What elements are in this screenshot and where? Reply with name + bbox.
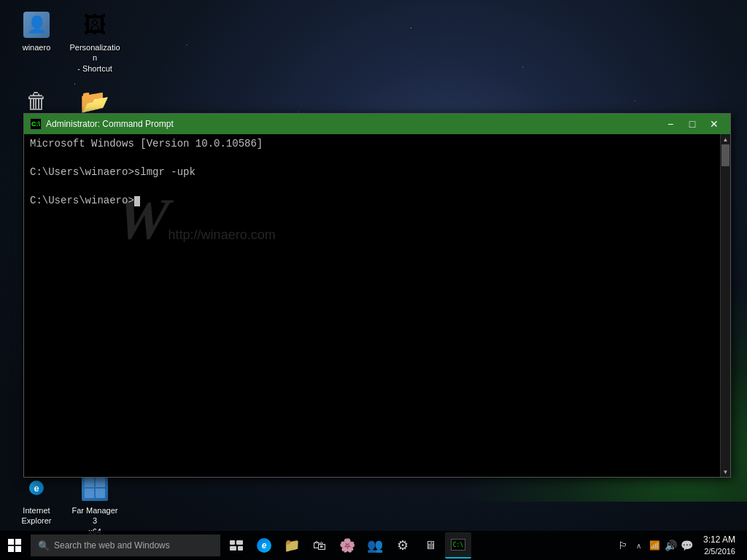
chevron-icon[interactable]: ∧ (632, 532, 646, 559)
personalization-icon: 🖼 (80, 10, 109, 39)
photos-button[interactable]: 🌸 (334, 532, 360, 559)
svg-rect-3 (238, 546, 243, 551)
clock-time: 3:12 AM (703, 534, 735, 546)
cmd-output-1: Microsoft Windows [Version 10.0.10586] (30, 138, 263, 149)
desktop: 👤 winaero 🖼 Personalization - Shortcut 🗑… (0, 0, 747, 560)
cmd-content[interactable]: Microsoft Windows [Version 10.0.10586] C… (24, 134, 720, 477)
internet-explorer-icon: e (22, 473, 51, 502)
task-view-button[interactable] (223, 532, 249, 559)
network-icon[interactable]: 📶 (648, 532, 662, 559)
cmd-prompt-1: C:\Users\winaero> (30, 166, 134, 178)
search-icon: 🔍 (38, 540, 50, 551)
cmd-body: Microsoft Windows [Version 10.0.10586] C… (24, 134, 730, 477)
taskbar-middle: e 📁 🛍 🌸 👥 ⚙ 🖥 C:\ (223, 532, 616, 559)
folder-icon: 📂 (80, 87, 109, 116)
cmd-window-icon: C:\ (30, 118, 42, 130)
svg-rect-0 (230, 540, 235, 545)
control-panel-button[interactable]: 🖥 (417, 532, 444, 559)
personalization-label: Personalization - Shortcut (69, 42, 121, 74)
volume-icon[interactable]: 🔊 (664, 532, 678, 559)
winaero-icon: 👤 (22, 10, 51, 39)
edge-button[interactable]: e (251, 532, 277, 559)
search-placeholder: Search the web and Windows (54, 540, 170, 551)
svg-rect-1 (236, 540, 243, 545)
cmd-title: Administrator: Command Prompt (46, 119, 660, 129)
close-button[interactable]: ✕ (704, 117, 724, 131)
cmd-titlebar: C:\ Administrator: Command Prompt − □ ✕ (24, 114, 730, 134)
file-explorer-button[interactable]: 📁 (279, 532, 305, 559)
winaero-label: winaero (23, 42, 51, 52)
minimize-button[interactable]: − (660, 117, 681, 131)
flag-icon[interactable]: 🏳 (616, 532, 630, 559)
scrollbar-track[interactable] (721, 144, 730, 467)
store-button[interactable]: 🛍 (306, 532, 333, 559)
maximize-button[interactable]: □ (682, 117, 703, 131)
cmd-line-1: Microsoft Windows [Version 10.0.10586] (30, 137, 714, 152)
cmd-line-blank2 (30, 180, 714, 195)
svg-rect-2 (230, 546, 236, 551)
desktop-icon-far-manager[interactable]: Far Manager 3x64 (66, 470, 124, 540)
desktop-icon-winaero[interactable]: 👤 winaero (7, 7, 66, 55)
desktop-icon-personalization[interactable]: 🖼 Personalization - Shortcut (66, 7, 124, 77)
notification-area: 🏳 ∧ 📶 🔊 💬 (616, 532, 694, 559)
settings-button[interactable]: ⚙ (390, 532, 416, 559)
taskbar-right: 🏳 ∧ 📶 🔊 💬 3:12 AM 2/5/2016 (616, 532, 747, 559)
cmd-line-blank1 (30, 152, 714, 166)
cursor-blink (134, 196, 140, 206)
cmd-line-2: C:\Users\winaero>slmgr -upk (30, 166, 714, 180)
scroll-down-arrow[interactable]: ▼ (721, 467, 731, 477)
start-button[interactable] (0, 531, 29, 560)
scroll-up-arrow[interactable]: ▲ (721, 134, 731, 144)
cmd-line-3: C:\Users\winaero> (30, 194, 714, 209)
cmd-taskbar-button[interactable]: C:\ (445, 532, 471, 559)
cmd-prompt-2: C:\Users\winaero> (30, 195, 134, 206)
window-controls: − □ ✕ (660, 117, 724, 131)
notification-icon[interactable]: 💬 (680, 532, 694, 559)
cmd-scrollbar: ▲ ▼ (720, 134, 730, 477)
clock[interactable]: 3:12 AM 2/5/2016 (697, 534, 741, 557)
cmd-window: C:\ Administrator: Command Prompt − □ ✕ … (23, 113, 731, 478)
ie-label: InternetExplorer (22, 505, 52, 526)
people-button[interactable]: 👥 (362, 532, 388, 559)
search-bar[interactable]: 🔍 Search the web and Windows (31, 534, 220, 556)
cmd-command-1: slmgr -upk (134, 166, 196, 178)
desktop-icon-ie[interactable]: e InternetExplorer (7, 470, 66, 529)
recycle-bin-icon: 🗑 (22, 87, 51, 116)
clock-date: 2/5/2016 (704, 546, 735, 557)
far-manager-icon (80, 473, 109, 502)
taskbar: 🔍 Search the web and Windows e 📁 🛍 (0, 531, 747, 560)
windows-logo (8, 539, 21, 552)
scrollbar-thumb[interactable] (721, 144, 729, 166)
